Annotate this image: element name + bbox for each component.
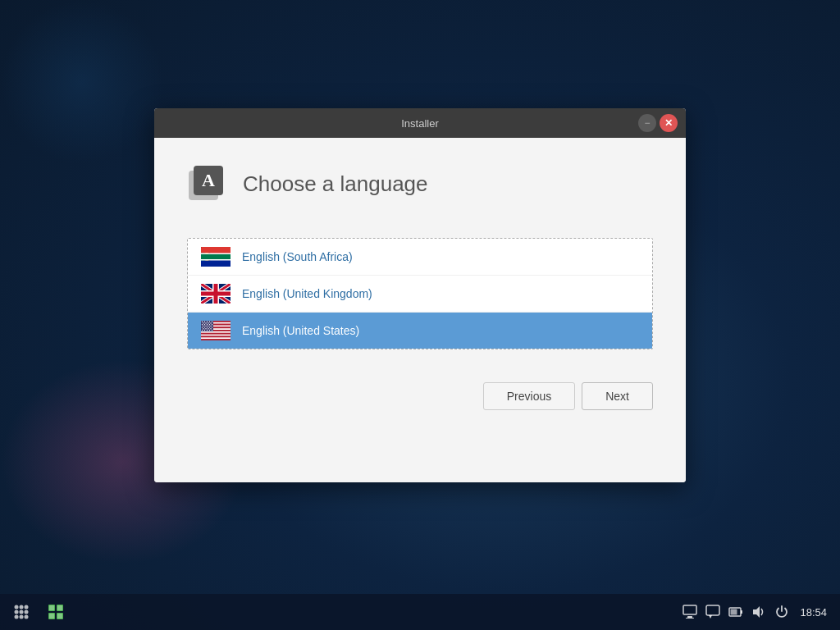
svg-rect-34 [201, 331, 231, 333]
svg-point-57 [208, 326, 208, 326]
close-button[interactable]: ✕ [660, 114, 678, 132]
svg-point-69 [204, 330, 205, 331]
power-icon[interactable] [774, 604, 790, 620]
svg-point-66 [208, 328, 208, 329]
minimize-button[interactable]: − [638, 114, 656, 132]
flag-us [201, 321, 231, 340]
svg-point-58 [210, 326, 211, 326]
svg-rect-92 [686, 618, 694, 619]
svg-point-74 [20, 605, 24, 609]
svg-marker-94 [709, 615, 712, 619]
lang-label-gb: English (United Kingdom) [242, 287, 372, 300]
next-button[interactable]: Next [582, 382, 653, 410]
screen-icon[interactable] [682, 604, 698, 620]
svg-point-50 [202, 324, 203, 325]
svg-point-79 [15, 615, 19, 619]
svg-rect-35 [201, 333, 231, 335]
svg-point-43 [207, 322, 208, 322]
clock: 18:54 [797, 606, 830, 619]
svg-rect-93 [706, 605, 719, 615]
svg-point-72 [212, 330, 212, 331]
lang-label-us: English (United States) [242, 324, 359, 337]
language-icon: A [187, 162, 230, 205]
background-blob-2 [0, 0, 164, 164]
flag-za [201, 247, 231, 267]
svg-rect-26 [201, 292, 231, 296]
taskbar-left [7, 597, 677, 627]
svg-rect-86 [49, 605, 54, 610]
svg-point-59 [202, 326, 203, 327]
svg-point-55 [203, 326, 203, 326]
svg-point-41 [202, 322, 203, 322]
svg-point-64 [203, 328, 203, 329]
svg-point-51 [204, 324, 205, 325]
svg-point-68 [202, 330, 203, 331]
svg-point-46 [203, 322, 203, 323]
svg-marker-98 [753, 606, 760, 618]
svg-point-61 [207, 326, 208, 327]
svg-rect-96 [741, 610, 742, 614]
svg-rect-36 [201, 335, 231, 336]
page-title: Choose a language [243, 171, 428, 197]
installer-window: Installer − ✕ A Choose a language [154, 108, 686, 482]
svg-point-81 [25, 615, 29, 619]
svg-rect-37 [201, 336, 231, 338]
svg-rect-88 [49, 614, 54, 619]
lang-label-za: English (South Africa) [242, 250, 353, 263]
taskbar: 18:54 [0, 594, 840, 630]
language-item-za[interactable]: English (South Africa) [188, 239, 652, 276]
svg-rect-39 [201, 339, 231, 340]
button-row: Previous Next [187, 374, 653, 418]
language-item-gb[interactable]: English (United Kingdom) [188, 276, 652, 313]
svg-point-48 [208, 322, 208, 323]
language-item-us[interactable]: English (United States) [188, 313, 652, 349]
svg-rect-15 [201, 261, 231, 267]
svg-rect-38 [201, 337, 231, 339]
battery-icon[interactable] [728, 604, 744, 620]
svg-point-56 [205, 326, 206, 326]
svg-rect-17 [201, 254, 231, 259]
window-title: Installer [401, 117, 439, 130]
svg-rect-90 [683, 605, 696, 614]
svg-point-65 [205, 328, 206, 329]
svg-point-45 [212, 322, 212, 322]
package-manager-button[interactable] [41, 597, 71, 627]
svg-point-70 [207, 330, 208, 331]
svg-point-49 [210, 322, 211, 323]
svg-point-52 [207, 324, 208, 325]
flag-gb [201, 284, 231, 304]
svg-point-47 [205, 322, 206, 323]
svg-point-71 [209, 330, 210, 331]
svg-point-60 [204, 326, 205, 327]
previous-button[interactable]: Previous [483, 382, 575, 410]
svg-point-67 [210, 328, 211, 329]
title-bar: Installer − ✕ [154, 108, 686, 138]
svg-point-75 [25, 605, 29, 609]
svg-point-62 [209, 326, 210, 327]
svg-point-77 [20, 610, 24, 614]
language-list: English (South Africa) [187, 238, 653, 349]
window-controls: − ✕ [638, 114, 678, 132]
svg-rect-87 [57, 605, 62, 610]
volume-icon[interactable] [751, 604, 767, 620]
svg-rect-91 [687, 616, 692, 618]
content-area: A Choose a language [154, 138, 686, 482]
svg-point-54 [212, 324, 212, 325]
svg-point-78 [25, 610, 29, 614]
svg-point-42 [204, 322, 205, 322]
svg-point-63 [212, 326, 212, 327]
chat-icon[interactable] [705, 604, 721, 620]
svg-rect-89 [57, 614, 62, 619]
svg-point-80 [20, 615, 24, 619]
page-header: A Choose a language [187, 162, 653, 205]
svg-point-73 [15, 605, 19, 609]
svg-rect-14 [201, 247, 231, 253]
taskbar-right: 18:54 [682, 604, 833, 620]
svg-point-76 [15, 610, 19, 614]
svg-point-53 [209, 324, 210, 325]
svg-rect-97 [731, 609, 737, 615]
apps-grid-button[interactable] [7, 597, 36, 627]
svg-point-44 [209, 322, 210, 322]
lang-icon-letter: A [194, 166, 223, 195]
